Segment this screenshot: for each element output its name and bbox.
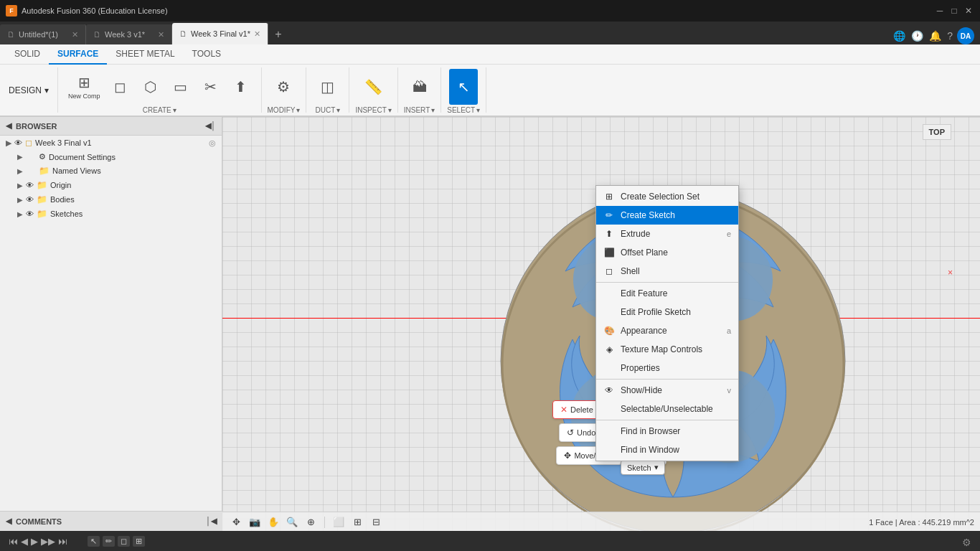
edit-feature-icon (603, 288, 615, 299)
ws-tab-sheetmetal[interactable]: SHEET METAL (107, 44, 183, 65)
insert-group-label[interactable]: INSERT ▾ (404, 106, 435, 114)
vp-grid-button[interactable]: ⊞ (349, 514, 365, 530)
toolbar-btn-shape2[interactable]: ⬡ (136, 69, 165, 105)
ctx-edit-profile-sketch[interactable]: Edit Profile Sketch (596, 303, 738, 321)
origin-visibility-icon[interactable]: 👁 (26, 181, 34, 189)
comments-collapse-icon[interactable]: │◀ (206, 517, 217, 526)
ws-tab-tools[interactable]: TOOLS (184, 44, 230, 65)
tab-close-button[interactable]: ✕ (254, 29, 260, 39)
tab-notifications-icon[interactable]: 🔔 (928, 29, 943, 43)
root-visibility-icon[interactable]: 👁 (14, 138, 22, 147)
browser-collapse-icon[interactable]: ◀│ (205, 121, 216, 131)
comments-expand-icon[interactable]: ◀ (6, 517, 11, 526)
inspect-group-label[interactable]: INSPECT ▾ (355, 106, 391, 114)
viewport-bottom-toolbar: ✥ 📷 ✋ 🔍 ⊕ ⬜ ⊞ ⊟ 1 Face | Area : 445.219 … (222, 512, 980, 532)
ctx-appearance[interactable]: 🎨 Appearance a (596, 321, 738, 340)
cut-icon: ✂ (204, 78, 217, 95)
ws-tab-surface[interactable]: SURFACE (49, 44, 107, 65)
comments-title: COMMENTS (16, 517, 62, 526)
ctx-texture-map-controls[interactable]: ◈ Texture Map Controls (596, 340, 738, 359)
tab-close-button[interactable]: ✕ (158, 30, 164, 39)
toolbar-btn-modify[interactable]: ⚙ (269, 69, 298, 105)
vp-pan-button[interactable]: ✋ (265, 514, 281, 530)
shape1-icon: ◻ (114, 78, 126, 95)
status-tools: ↖ ✏ ◻ ⊞ (88, 536, 145, 547)
add-tab-button[interactable]: + (268, 24, 288, 44)
ctx-offset-plane[interactable]: ⬛ Offset Plane (596, 243, 738, 262)
tab-help-icon[interactable]: ? (946, 29, 954, 43)
ctx-create-selection-set[interactable]: ⊞ Create Selection Set (596, 187, 738, 206)
ws-tab-solid[interactable]: SOLID (6, 44, 49, 65)
ctx-properties[interactable]: Properties (596, 359, 738, 377)
ctx-find-in-browser[interactable]: Find in Browser (596, 422, 738, 441)
toolbar-btn-push[interactable]: ⬆ (227, 69, 255, 105)
extrude-icon: ⬆ (603, 228, 615, 240)
browser-item-root[interactable]: ▶ 👁 ◻ Week 3 Final v1 ◎ (0, 136, 222, 150)
play-play-button[interactable]: ▶ (31, 536, 38, 547)
ctx-show-hide-shortcut: v (727, 386, 732, 395)
vp-orient-button[interactable]: ✥ (228, 514, 244, 530)
close-button[interactable]: ✕ (963, 5, 974, 17)
play-prev-button[interactable]: ◀ (21, 536, 28, 547)
delete-button[interactable]: ✕ Delete (552, 400, 601, 419)
toolbar-btn-insert[interactable]: 🏔 (405, 69, 434, 105)
browser-item-origin[interactable]: ▶ 👁 📁 Origin (0, 178, 222, 192)
play-last-button[interactable]: ⏭ (58, 536, 67, 547)
tab-actions: 🌐 🕐 🔔 ? DA (892, 27, 980, 44)
surface-tool-indicator[interactable]: ◻ (118, 536, 130, 547)
ctx-extrude[interactable]: ⬆ Extrude e (596, 225, 738, 243)
ctx-edit-feature[interactable]: Edit Feature (596, 284, 738, 303)
vp-display-mode-button[interactable]: ⬜ (331, 514, 347, 530)
ctx-shell[interactable]: ◻ Shell (596, 262, 738, 281)
browser-item-sketches[interactable]: ▶ 👁 📁 Sketches (0, 207, 222, 221)
select-icon: ↖ (458, 78, 470, 95)
sketch-dropdown-button[interactable]: Sketch ▾ (621, 460, 665, 475)
browser-item-bodies[interactable]: ▶ 👁 📁 Bodies (0, 192, 222, 207)
tab-untitled[interactable]: 🗋 Untitled*(1) ✕ (0, 24, 86, 44)
toolbar-btn-product1[interactable]: ◫ (314, 69, 342, 105)
tab-globe-icon[interactable]: 🌐 (892, 29, 907, 43)
toolbar-btn-extrude2[interactable]: ◻ (106, 69, 135, 105)
bodies-visibility-icon[interactable]: 👁 (26, 195, 34, 204)
ctx-selectable[interactable]: Selectable/Unselectable (596, 400, 738, 418)
viewport[interactable]: × (222, 117, 980, 532)
play-first-button[interactable]: ⏮ (9, 536, 18, 547)
ctx-create-sketch[interactable]: ✏ Create Sketch (596, 206, 738, 225)
vp-zoom-button[interactable]: 🔍 (284, 514, 300, 530)
sketches-visibility-icon[interactable]: 👁 (26, 209, 34, 218)
tab-week3v1[interactable]: 🗋 Week 3 v1* ✕ (86, 24, 172, 44)
browser-item-named-views[interactable]: ▶ 📁 Named Views (0, 164, 222, 178)
tab-week3final[interactable]: 🗋 Week 3 Final v1* ✕ (172, 23, 268, 44)
toolbar-btn-shape3[interactable]: ▭ (166, 69, 195, 105)
toolbar-btn-select[interactable]: ↖ (449, 69, 478, 105)
tab-close-button[interactable]: ✕ (72, 30, 78, 39)
ctx-show-hide[interactable]: 👁 Show/Hide v (596, 381, 738, 400)
modify-group-label[interactable]: MODIFY ▾ (268, 106, 301, 114)
vp-camera-button[interactable]: 📷 (247, 514, 263, 530)
ribbon: DESIGN ▾ ⊞ New Comp ◻ ⬡ (0, 65, 980, 116)
toolbar-btn-new-component[interactable]: ⊞ New Comp (64, 69, 105, 105)
browser-item-doc-settings[interactable]: ▶ ⚙ Document Settings (0, 150, 222, 164)
toolbar-btn-inspect[interactable]: 📏 (359, 69, 388, 105)
user-avatar[interactable]: DA (957, 27, 974, 44)
vp-zoom-fit-button[interactable]: ⊕ (303, 514, 319, 530)
select-group-label[interactable]: SELECT ▾ (447, 106, 480, 114)
root-target-icon[interactable]: ◎ (209, 138, 216, 148)
undo-icon: ↺ (567, 428, 574, 438)
vp-more-button[interactable]: ⊟ (368, 514, 384, 530)
delete-icon: ✕ (560, 405, 567, 415)
tab-history-icon[interactable]: 🕐 (910, 29, 925, 43)
minimize-button[interactable]: ─ (934, 5, 946, 17)
box-select-indicator[interactable]: ⊞ (133, 536, 145, 547)
select-tool-indicator[interactable]: ↖ (88, 536, 100, 547)
ctx-find-in-window[interactable]: Find in Window (596, 441, 738, 459)
tab-label: Untitled*(1) (19, 30, 58, 39)
offset-plane-icon: ⬛ (603, 247, 615, 258)
settings-gear-icon[interactable]: ⚙ (962, 537, 971, 548)
design-dropdown[interactable]: DESIGN ▾ (0, 67, 58, 113)
sketch-tool-indicator[interactable]: ✏ (103, 536, 115, 547)
maximize-button[interactable]: □ (948, 5, 960, 17)
toolbar-btn-cut[interactable]: ✂ (197, 69, 225, 105)
play-next-button[interactable]: ▶▶ (41, 536, 55, 547)
create-group-label[interactable]: CREATE ▾ (143, 106, 176, 114)
